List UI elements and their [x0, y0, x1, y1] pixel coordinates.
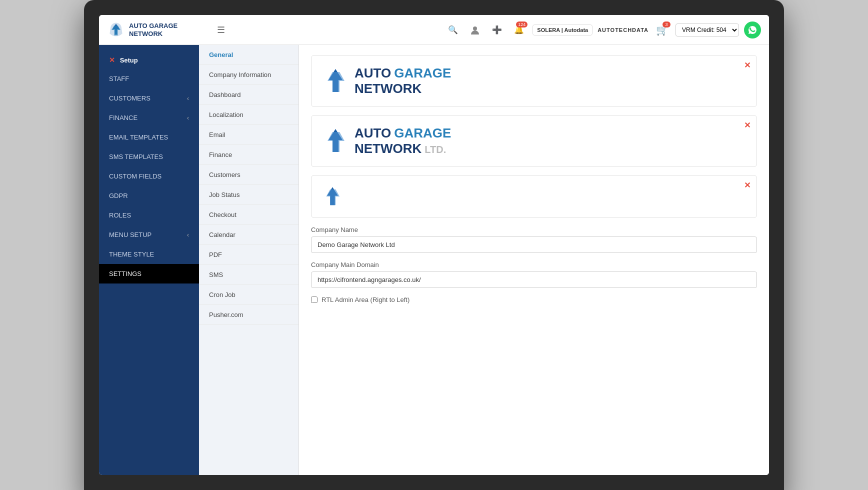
submenu-item-localization[interactable]: Localization: [199, 105, 298, 125]
company-domain-group: Company Main Domain: [311, 261, 757, 288]
nav-icons: 🔍 ➕ 🔔 124 SOLERA | Autodata: [444, 22, 761, 38]
agn-nav-icon: [107, 21, 125, 39]
sidebar-item-finance[interactable]: FINANCE ‹: [99, 108, 199, 128]
agn-icon-2: [322, 127, 350, 155]
agn-logo-text: AUTO GARAGE NETWORK: [354, 66, 451, 96]
search-button[interactable]: 🔍: [444, 22, 462, 38]
sidebar-item-settings[interactable]: SETTINGS: [99, 264, 199, 284]
sidebar-item-customers[interactable]: CUSTOMERS ‹: [99, 88, 199, 108]
user-avatar-button[interactable]: [466, 22, 484, 38]
company-domain-input[interactable]: [311, 272, 757, 288]
sidebar-item-setup[interactable]: ✕ Setup: [99, 51, 199, 69]
finance-chevron: ‹: [187, 114, 189, 122]
logo2-close-button[interactable]: ✕: [744, 120, 750, 130]
autotech-logo: AUTOTECHDATA: [598, 27, 648, 33]
vrm-select[interactable]: VRM Credit: 504: [676, 24, 739, 36]
sidebar-item-staff[interactable]: STAFF: [99, 69, 199, 88]
laptop-frame: AUTO GARAGE NETWORK ☰ 🔍 ➕: [84, 0, 784, 490]
agn-icon-3: [322, 186, 344, 208]
sidebar-item-custom-fields[interactable]: CUSTOM FIELDS: [99, 166, 199, 186]
agn-logo-full-2: AUTO GARAGE NETWORK LTD.: [322, 126, 451, 156]
submenu-item-pdf[interactable]: PDF: [199, 245, 298, 265]
rtl-group: RTL Admin Area (Right to Left): [311, 296, 757, 304]
submenu-item-checkout[interactable]: Checkout: [199, 205, 298, 225]
notifications-button[interactable]: 🔔 124: [510, 22, 528, 38]
submenu-item-sms[interactable]: SMS: [199, 265, 298, 285]
solera-logo: SOLERA | Autodata: [532, 24, 592, 36]
content-area: ✕ AUTO GARAGE NETWORK: [299, 45, 769, 475]
svg-point-0: [473, 26, 477, 30]
company-name-label: Company Name: [311, 226, 757, 234]
svg-marker-6: [326, 190, 340, 205]
sidebar-item-roles[interactable]: ROLES: [99, 206, 199, 225]
sidebar-item-gdpr[interactable]: GDPR: [99, 186, 199, 206]
svg-marker-2: [328, 72, 344, 92]
rtl-label: RTL Admin Area (Right to Left): [311, 296, 757, 304]
main-layout: ✕ Setup STAFF CUSTOMERS ‹ FINANCE ‹ EMAI…: [99, 45, 769, 475]
logo-section-3: ✕: [311, 175, 757, 218]
company-name-input[interactable]: [311, 236, 757, 253]
top-nav: AUTO GARAGE NETWORK ☰ 🔍 ➕: [99, 15, 769, 45]
add-button[interactable]: ➕: [488, 22, 506, 38]
agn-logo-full: AUTO GARAGE NETWORK: [322, 66, 451, 96]
customers-chevron: ‹: [187, 95, 189, 102]
cart-badge: 3: [662, 22, 670, 28]
submenu-item-finance[interactable]: Finance: [199, 145, 298, 165]
company-name-group: Company Name: [311, 226, 757, 253]
sidebar: ✕ Setup STAFF CUSTOMERS ‹ FINANCE ‹ EMAI…: [99, 45, 199, 475]
sidebar-item-menu-setup[interactable]: MENU SETUP ‹: [99, 225, 199, 244]
sidebar-item-sms-templates[interactable]: SMS TEMPLATES: [99, 147, 199, 166]
sub-menu: General Company Information Dashboard Lo…: [199, 45, 299, 475]
logo1-close-button[interactable]: ✕: [744, 60, 750, 70]
logo3-close-button[interactable]: ✕: [744, 180, 750, 190]
setup-x-icon: ✕: [109, 56, 115, 64]
svg-marker-4: [328, 132, 344, 152]
cart-button[interactable]: 🛒 3: [654, 22, 670, 38]
notifications-badge: 124: [516, 22, 528, 28]
logo-section-2: ✕ AUTO GARAGE NETWORK: [311, 115, 757, 167]
screen: AUTO GARAGE NETWORK ☰ 🔍 ➕: [99, 15, 769, 475]
submenu-item-calendar[interactable]: Calendar: [199, 225, 298, 245]
brand-logo: AUTO GARAGE NETWORK: [107, 21, 207, 39]
agn-icon-1: [322, 67, 350, 95]
logo-section-1: ✕ AUTO GARAGE NETWORK: [311, 55, 757, 107]
submenu-item-company-information[interactable]: Company Information: [199, 65, 298, 85]
menu-setup-chevron: ‹: [187, 232, 189, 238]
whatsapp-button[interactable]: [744, 22, 761, 38]
hamburger-button[interactable]: ☰: [213, 22, 229, 38]
submenu-item-pusher[interactable]: Pusher.com: [199, 305, 298, 325]
form-section: Company Name Company Main Domain RTL Adm…: [311, 226, 757, 304]
company-domain-label: Company Main Domain: [311, 261, 757, 268]
submenu-item-customers[interactable]: Customers: [199, 165, 298, 185]
sidebar-item-email-templates[interactable]: EMAIL TEMPLATES: [99, 128, 199, 147]
sidebar-item-theme-style[interactable]: THEME STYLE: [99, 244, 199, 264]
submenu-item-email[interactable]: Email: [199, 125, 298, 145]
brand-name: AUTO GARAGE NETWORK: [129, 22, 178, 38]
agn-logo-text-2: AUTO GARAGE NETWORK LTD.: [354, 126, 451, 156]
submenu-item-dashboard[interactable]: Dashboard: [199, 85, 298, 105]
submenu-item-job-status[interactable]: Job Status: [199, 185, 298, 205]
submenu-item-cron-job[interactable]: Cron Job: [199, 285, 298, 305]
rtl-checkbox[interactable]: [311, 296, 318, 303]
submenu-item-general[interactable]: General: [199, 45, 298, 65]
